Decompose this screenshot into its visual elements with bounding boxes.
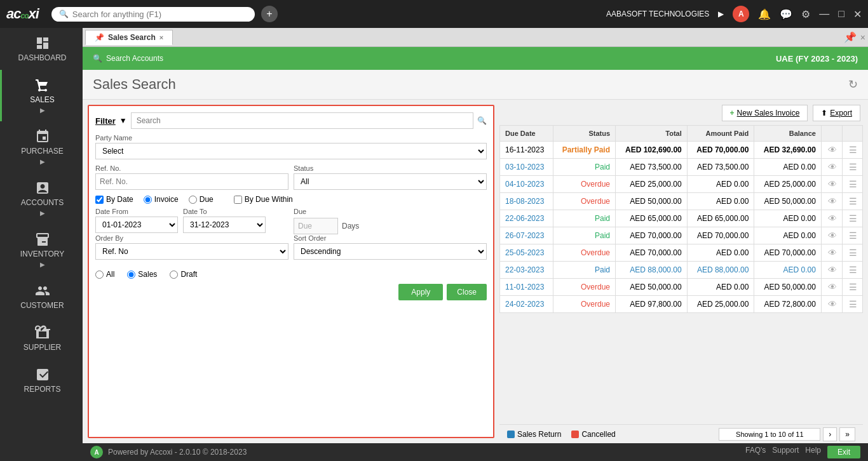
menu-icon[interactable]: ☰: [842, 176, 862, 193]
view-icon[interactable]: 👁: [821, 296, 842, 313]
bell-icon[interactable]: 🔔: [758, 8, 771, 20]
ref-no-group: Ref. No.: [95, 164, 288, 190]
page-next-button[interactable]: ›: [823, 427, 837, 441]
sidebar-label-customer: CUSTOMER: [20, 301, 64, 310]
accoxi-logo-small: A: [90, 446, 103, 458]
cell-due-date: 25-05-2023: [500, 244, 553, 262]
cell-amount-paid: AED 65,000.00: [687, 210, 754, 227]
all-radio[interactable]: All: [95, 270, 114, 279]
view-icon[interactable]: 👁: [821, 244, 842, 262]
tab-close-icon[interactable]: ×: [159, 34, 163, 41]
col-status: Status: [553, 126, 615, 142]
faqs-link[interactable]: FAQ's: [745, 446, 766, 458]
search-input[interactable]: [72, 10, 238, 19]
page-last-button[interactable]: »: [839, 427, 855, 441]
invoice-radio[interactable]: Invoice: [144, 195, 179, 204]
support-link[interactable]: Support: [772, 446, 799, 458]
menu-icon[interactable]: ☰: [842, 193, 862, 210]
new-invoice-button[interactable]: + New Sales Invoice: [722, 105, 808, 121]
all-radio-input[interactable]: [95, 271, 104, 279]
table-row: 03-10-2023 Paid AED 73,500.00 AED 73,500…: [500, 159, 863, 176]
sales-radio[interactable]: Sales: [127, 270, 157, 279]
date-from-select[interactable]: 01-01-2023: [95, 217, 178, 233]
due-radio-input[interactable]: [189, 196, 197, 204]
apply-button[interactable]: Apply: [398, 284, 443, 300]
view-icon[interactable]: 👁: [821, 193, 842, 210]
sort-order-select[interactable]: Descending Ascending: [294, 243, 487, 260]
refresh-button[interactable]: ↻: [848, 77, 858, 91]
help-link[interactable]: Help: [805, 446, 821, 458]
menu-icon[interactable]: ☰: [842, 159, 862, 176]
minimize-icon[interactable]: —: [819, 8, 829, 20]
message-icon[interactable]: 💬: [780, 8, 792, 20]
view-icon[interactable]: 👁: [821, 176, 842, 193]
by-due-within-checkbox[interactable]: By Due Within: [234, 195, 293, 204]
col-amount-paid: Amount Paid: [687, 126, 754, 142]
export-icon: ⬆: [821, 109, 827, 117]
ref-no-input[interactable]: [95, 173, 288, 190]
invoice-radio-input[interactable]: [144, 196, 152, 204]
table-row: 11-01-2023 Overdue AED 50,000.00 AED 0.0…: [500, 279, 863, 296]
export-button[interactable]: ⬆ Export: [813, 105, 860, 121]
search-accounts-btn[interactable]: 🔍 Search Accounts: [93, 54, 163, 63]
sidebar-label-sales: SALES: [30, 95, 55, 104]
maximize-icon[interactable]: □: [838, 8, 844, 20]
date-from-group: Date From 01-01-2023: [95, 208, 178, 233]
sidebar-item-customer[interactable]: CUSTOMER: [0, 276, 83, 317]
view-icon[interactable]: 👁: [821, 159, 842, 176]
menu-icon[interactable]: ☰: [842, 296, 862, 313]
view-icon[interactable]: 👁: [821, 279, 842, 296]
view-icon[interactable]: 👁: [821, 262, 842, 279]
cell-due-date: 22-06-2023: [500, 210, 553, 227]
filter-arrow-icon[interactable]: ▼: [119, 116, 127, 125]
view-icon[interactable]: 👁: [821, 227, 842, 244]
view-icon[interactable]: 👁: [821, 210, 842, 227]
gear-icon[interactable]: ⚙: [801, 8, 810, 20]
view-icon[interactable]: 👁: [821, 142, 842, 159]
cell-total: AED 73,500.00: [616, 159, 688, 176]
filter-label[interactable]: Filter: [95, 116, 116, 126]
due-radio[interactable]: Due: [189, 195, 214, 204]
draft-radio-input[interactable]: [170, 271, 178, 279]
sidebar-item-dashboard[interactable]: DASHBOARD: [0, 28, 83, 70]
sidebar-item-supplier[interactable]: SUPPLIER: [0, 317, 83, 359]
draft-radio[interactable]: Draft: [170, 270, 197, 279]
menu-icon[interactable]: ☰: [842, 262, 862, 279]
menu-icon[interactable]: ☰: [842, 227, 862, 244]
by-due-within-input[interactable]: [234, 196, 242, 204]
filter-search-icon[interactable]: 🔍: [477, 116, 487, 125]
sidebar-item-inventory[interactable]: INVENTORY ▶: [0, 224, 83, 276]
window-close-icon[interactable]: ×: [860, 32, 865, 43]
order-by-select[interactable]: Ref. No Date Party Name Amount: [95, 243, 288, 260]
menu-icon[interactable]: ☰: [842, 279, 862, 296]
cell-due-date: 26-07-2023: [500, 227, 553, 244]
sidebar-item-accounts[interactable]: ACCOUNTS ▶: [0, 173, 83, 224]
date-to-select[interactable]: 31-12-2023: [183, 217, 266, 233]
bottom-bar: A Powered by Accoxi - 2.0.10 © 2018-2023…: [83, 443, 868, 461]
status-select[interactable]: All Paid Partially Paid Overdue Draft: [294, 173, 487, 190]
page-header: 🔍 Search Accounts UAE (FY 2023 - 2023): [83, 47, 868, 70]
global-search-bar[interactable]: 🔍: [51, 7, 255, 22]
by-date-input[interactable]: [95, 196, 104, 204]
cell-amount-paid: AED 0.00: [687, 193, 754, 210]
filter-search-input[interactable]: [131, 112, 473, 129]
menu-icon[interactable]: ☰: [842, 244, 862, 262]
menu-icon[interactable]: ☰: [842, 210, 862, 227]
sidebar-item-reports[interactable]: REPORTS: [0, 359, 83, 401]
by-date-checkbox[interactable]: By Date: [95, 195, 133, 204]
sidebar-item-sales[interactable]: SALES ▶: [0, 70, 83, 121]
close-button[interactable]: Close: [447, 284, 487, 300]
due-within-input[interactable]: [294, 218, 338, 234]
customer-icon: [35, 283, 50, 298]
sales-radio-input[interactable]: [127, 271, 135, 279]
cell-due-date: 03-10-2023: [500, 159, 553, 176]
pin-icon[interactable]: 📌: [844, 31, 857, 43]
date-from-label: Date From: [95, 208, 178, 215]
party-name-select[interactable]: Select: [95, 143, 487, 159]
close-icon[interactable]: ✕: [853, 8, 862, 20]
menu-icon[interactable]: ☰: [842, 142, 862, 159]
add-button[interactable]: +: [261, 6, 278, 22]
exit-button[interactable]: Exit: [827, 446, 860, 458]
sidebar-item-purchase[interactable]: PURCHASE ▶: [0, 121, 83, 173]
tab-sales-search[interactable]: 📌 Sales Search ×: [85, 30, 173, 45]
